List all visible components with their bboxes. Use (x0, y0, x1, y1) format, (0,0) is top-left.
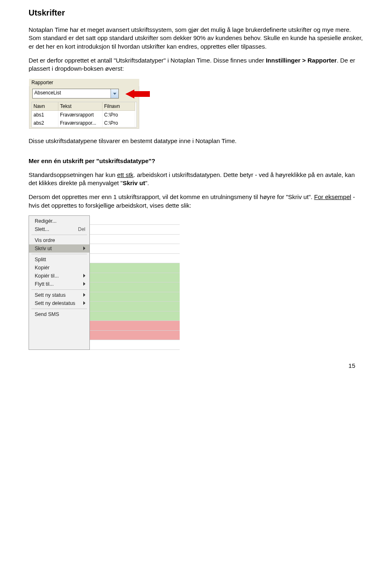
dropdown-value: AbsenceList (33, 89, 111, 98)
context-menu: Redigér...Slett...DelVis ordreSkriv utSp… (29, 215, 90, 350)
chevron-right-icon (83, 293, 85, 297)
col-navn[interactable]: Navn (32, 102, 58, 111)
context-menu-screenshot: Redigér...Slett...DelVis ordreSkriv utSp… (29, 215, 180, 350)
menu-item-label: Skriv ut (35, 246, 52, 251)
table-cell[interactable]: C:\Pro (102, 111, 135, 119)
menu-item-label: Kopiér (35, 265, 49, 271)
menu-separator (31, 289, 87, 290)
menu-separator (31, 254, 87, 254)
subheading: Mer enn én utskrift per "utskriftsdataty… (29, 157, 363, 165)
page-number: 15 (29, 362, 363, 369)
menu-item-label: Sett ny status (35, 292, 66, 298)
underline-text: For eksempel (314, 193, 351, 200)
text: Dersom det opprettes mer enn 1 utskrifts… (29, 193, 314, 200)
paragraph-intro: Notaplan Time har et meget avansert utsk… (29, 26, 363, 51)
rapporter-panel: Rapporter AbsenceList Navn Tekst Filnavn… (29, 78, 139, 129)
underline-text: ett stk (117, 171, 134, 178)
menu-item-kopi-r-til-[interactable]: Kopiér til... (29, 272, 89, 280)
menu-item-flytt-til-[interactable]: Flytt til... (29, 280, 89, 288)
table-cell[interactable]: abs1 (32, 111, 58, 119)
chevron-right-icon (83, 274, 85, 278)
menu-item-kopi-r[interactable]: Kopiér (29, 264, 89, 272)
menu-item-label: Kopiér til... (35, 273, 59, 279)
menu-item-skriv-ut[interactable]: Skriv ut (29, 244, 89, 253)
menu-separator (31, 309, 87, 309)
menu-item-label: Splitt (35, 257, 46, 262)
menu-item-splitt[interactable]: Splitt (29, 255, 89, 264)
table-cell[interactable]: Fraværsrappor... (58, 119, 102, 127)
chevron-down-icon (113, 93, 116, 95)
chevron-right-icon (83, 246, 85, 250)
menu-item-send-sms[interactable]: Send SMS (29, 310, 89, 318)
annotation-arrow-icon (125, 90, 150, 100)
menu-item-label: Flytt til... (35, 281, 54, 287)
menu-item-vis-ordre[interactable]: Vis ordre (29, 236, 89, 244)
bold-text: Skriv ut (122, 179, 145, 186)
text: Det er derfor opprettet et antall "Utskr… (29, 57, 266, 64)
dropdown-button[interactable] (111, 89, 118, 98)
path-bold: Innstillinger > Rapporter (266, 57, 337, 64)
rapporter-legend: Rapporter (29, 79, 139, 86)
chevron-right-icon (83, 301, 85, 305)
menu-item-sett-ny-status[interactable]: Sett ny status (29, 291, 89, 299)
menu-shortcut: Del (74, 226, 85, 232)
menu-item-slett-[interactable]: Slett...Del (29, 225, 89, 233)
paragraph-flere: Dersom det opprettes mer enn 1 utskrifts… (29, 193, 363, 210)
menu-item-label: Vis ordre (35, 237, 55, 243)
chevron-right-icon (83, 282, 85, 286)
table-cell[interactable]: Fraværsrapport (58, 111, 102, 119)
paragraph-datatypes: Det er derfor opprettet et antall "Utskr… (29, 56, 363, 73)
paragraph-standard: Standardsoppsetningen har kun ett stk. a… (29, 171, 363, 188)
table-cell[interactable]: C:\Pro (102, 119, 135, 127)
rapporter-body: AbsenceList Navn Tekst Filnavn abs1 Frav… (29, 86, 139, 129)
text: Standardsoppsetningen har kun (29, 171, 117, 178)
menu-item-label: Sett ny delestatus (35, 300, 75, 306)
report-dropdown[interactable]: AbsenceList (32, 89, 119, 99)
paragraph-tilsvarer: Disse utskriftsdatatypene tilsvarer en b… (29, 137, 363, 145)
menu-item-label: Send SMS (35, 311, 59, 317)
menu-separator (31, 235, 87, 235)
menu-item-label: Slett... (35, 226, 49, 232)
text: ". (145, 179, 149, 186)
menu-item-sett-ny-delestatus[interactable]: Sett ny delestatus (29, 299, 89, 307)
col-filnavn[interactable]: Filnavn (102, 102, 135, 111)
menu-item-redig-r-[interactable]: Redigér... (29, 217, 89, 225)
page-title: Utskrifter (29, 8, 363, 18)
col-tekst[interactable]: Tekst (58, 102, 102, 111)
schedule-background (90, 215, 180, 350)
rapporter-table: Navn Tekst Filnavn abs1 Fraværsrapport C… (31, 102, 137, 128)
table-cell[interactable]: abs2 (32, 119, 58, 127)
menu-item-label: Redigér... (35, 218, 57, 224)
